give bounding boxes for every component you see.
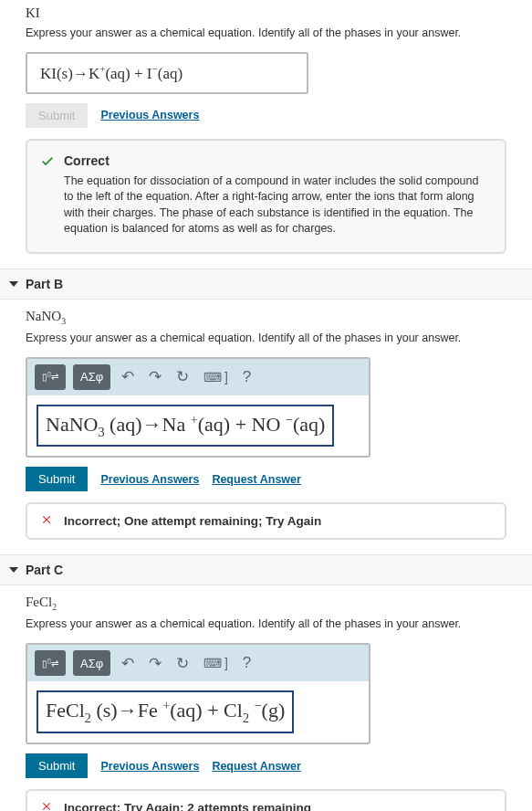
redo-icon[interactable]: ↷	[145, 365, 165, 388]
keyboard-icon[interactable]: ⌨ ]	[200, 368, 232, 386]
equation-editor: ▯▯⇌ ΑΣφ ↶ ↷ ↻ ⌨ ] ? FeCl2 (s)→Fe +(aq) +…	[26, 643, 370, 744]
feedback-correct: Correct The equation for dissociation of…	[26, 139, 506, 254]
help-icon[interactable]: ?	[239, 652, 255, 674]
previous-answers-link[interactable]: Previous Answers	[100, 109, 199, 121]
previous-answers-link[interactable]: Previous Answers	[100, 760, 199, 773]
caret-down-icon	[9, 567, 18, 573]
keyboard-icon[interactable]: ⌨ ]	[200, 654, 232, 672]
part-b-label: Part B	[26, 277, 63, 291]
feedback-text: The equation for dissociation of a compo…	[64, 174, 488, 237]
submit-button[interactable]: Submit	[26, 467, 88, 491]
feedback-incorrect: Incorrect; One attempt remaining; Try Ag…	[26, 502, 506, 540]
x-icon	[40, 800, 53, 811]
reset-icon[interactable]: ↻	[172, 652, 193, 675]
check-icon	[40, 153, 55, 171]
undo-icon[interactable]: ↶	[118, 365, 138, 388]
request-answer-link[interactable]: Request Answer	[212, 473, 300, 486]
instruction-text: Express your answer as a chemical equati…	[26, 617, 506, 630]
compound-label: NaNO3	[26, 309, 506, 326]
feedback-text: Incorrect; Try Again; 2 attempts remaini…	[64, 801, 311, 811]
redo-icon[interactable]: ↷	[145, 652, 165, 675]
feedback-title: Correct	[64, 153, 488, 168]
help-icon[interactable]: ?	[239, 366, 255, 388]
compound-label: KI	[26, 5, 506, 21]
instruction-text: Express your answer as a chemical equati…	[26, 26, 506, 39]
equation-input[interactable]: NaNO3 (aq)→Na +(aq) + NO −(aq)	[37, 405, 334, 448]
undo-icon[interactable]: ↶	[118, 652, 138, 675]
editor-toolbar: ▯▯⇌ ΑΣφ ↶ ↷ ↻ ⌨ ] ?	[27, 359, 369, 395]
feedback-incorrect: Incorrect; Try Again; 2 attempts remaini…	[26, 789, 506, 811]
part-c-label: Part C	[26, 563, 63, 577]
reset-icon[interactable]: ↻	[172, 365, 193, 388]
part-c-header[interactable]: Part C	[0, 554, 532, 585]
greek-button[interactable]: ΑΣφ	[73, 364, 110, 390]
greek-button[interactable]: ΑΣφ	[73, 650, 110, 676]
request-answer-link[interactable]: Request Answer	[212, 760, 300, 773]
equation-editor: ▯▯⇌ ΑΣφ ↶ ↷ ↻ ⌨ ] ? NaNO3 (aq)→Na +(aq) …	[26, 357, 370, 458]
x-icon	[40, 513, 53, 529]
part-b-header[interactable]: Part B	[0, 269, 532, 300]
compound-label: FeCl2	[26, 595, 506, 612]
caret-down-icon	[9, 281, 18, 287]
editor-toolbar: ▯▯⇌ ΑΣφ ↶ ↷ ↻ ⌨ ] ?	[27, 645, 369, 681]
submit-button: Submit	[26, 103, 88, 128]
feedback-text: Incorrect; One attempt remaining; Try Ag…	[64, 514, 321, 528]
instruction-text: Express your answer as a chemical equati…	[26, 332, 506, 344]
previous-answers-link[interactable]: Previous Answers	[100, 473, 199, 486]
submit-button[interactable]: Submit	[26, 753, 88, 778]
answer-display: KI(s)→K+(aq) + I−(aq)	[26, 52, 308, 94]
equation-input[interactable]: FeCl2 (s)→Fe +(aq) + Cl2 −(g)	[37, 690, 294, 733]
template-button[interactable]: ▯▯⇌	[35, 650, 66, 676]
template-button[interactable]: ▯▯⇌	[35, 364, 66, 390]
